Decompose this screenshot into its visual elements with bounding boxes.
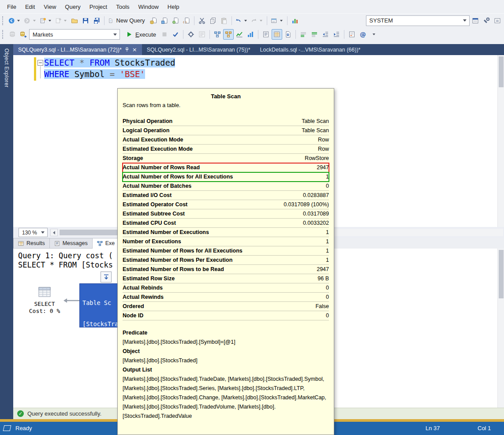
redo-icon: [251, 17, 257, 24]
increase-indent-button[interactable]: [331, 29, 342, 40]
include-estimated-plan-button[interactable]: [212, 29, 223, 40]
template-parameters-button[interactable]: [347, 29, 357, 40]
add-item-dropdown-icon[interactable]: [64, 20, 67, 22]
zoom-combo[interactable]: 130 %: [19, 228, 48, 237]
statusbar-icon: [3, 425, 11, 431]
tab-sqlquery3[interactable]: SQLQuery3.sql - LI...MS\Saravanan (72))*…: [13, 44, 142, 55]
plan-node-select[interactable]: SELECT Cost: 0 %: [26, 286, 63, 315]
document-tab-bar: SQLQuery3.sql - LI...MS\Saravanan (72))*…: [13, 44, 504, 55]
editor-scrollbar[interactable]: [497, 55, 504, 227]
hscroll-left-button[interactable]: [50, 229, 58, 236]
tab-results[interactable]: Results: [13, 238, 50, 249]
plan-scroll-down-button[interactable]: [101, 271, 112, 283]
sql-keyword: FROM: [90, 58, 110, 67]
redo-dropdown-icon[interactable]: [260, 20, 262, 22]
open-file-button[interactable]: [69, 15, 80, 26]
tools-options-button[interactable]: [481, 15, 492, 26]
forward-dropdown-icon[interactable]: [33, 20, 36, 22]
object-explorer-strip[interactable]: Object Explorer: [0, 44, 13, 422]
collapse-icon[interactable]: −: [37, 60, 43, 66]
tab-lockdetails[interactable]: LockDetails.sql -...VMS\Saravanan (66))*: [255, 44, 366, 55]
intellisense-button[interactable]: [197, 29, 207, 40]
navigate-forward-button[interactable]: [22, 15, 37, 26]
new-item-button[interactable]: [38, 15, 53, 26]
tooltip-row-value: 0: [326, 312, 329, 319]
combo-arrow-icon[interactable]: [113, 33, 117, 36]
connect-button[interactable]: [7, 29, 18, 40]
tab-sqlquery2[interactable]: SQLQuery2.sql - LI...MS\Saravanan (75))*: [142, 44, 255, 55]
cut-button[interactable]: [197, 15, 207, 26]
tooltip-row: Estimated Operator Cost0.0317089 (100%): [123, 200, 329, 209]
parse-button[interactable]: [170, 29, 181, 40]
execute-button[interactable]: Execute: [125, 29, 159, 40]
menu-window[interactable]: Window: [134, 1, 163, 13]
tooltip-row-value: 1: [326, 257, 329, 263]
debugger-dropdown-icon[interactable]: [280, 20, 283, 22]
tooltip-row: StorageRowStore: [123, 154, 329, 163]
redo-button[interactable]: [250, 15, 265, 26]
plan-scrollbar[interactable]: [497, 249, 504, 408]
editor-scrollbar-thumb[interactable]: [499, 56, 504, 87]
undo-button[interactable]: [234, 15, 249, 26]
menu-help[interactable]: Help: [163, 1, 184, 13]
activity-monitor-button[interactable]: [290, 15, 300, 26]
results-to-grid-button[interactable]: [272, 29, 282, 40]
query-options-button[interactable]: [186, 29, 196, 40]
menu-project[interactable]: Project: [85, 1, 112, 13]
add-item-button[interactable]: [54, 15, 69, 26]
toolbar-grip[interactable]: [2, 16, 5, 25]
results-to-file-button[interactable]: [283, 29, 293, 40]
tooltip-row-value: 0: [326, 294, 329, 300]
menu-file[interactable]: File: [3, 1, 21, 13]
toolbar2-overflow-button[interactable]: [369, 29, 379, 40]
combo-arrow-icon[interactable]: [41, 231, 45, 234]
analysis-xmla-query-button[interactable]: [181, 15, 192, 26]
decrease-indent-button[interactable]: [320, 29, 331, 40]
tooltip-row-label: Actual Number of Rows Read: [123, 164, 200, 171]
toolbar-overflow-button[interactable]: [492, 15, 503, 26]
fold-guide-line: [40, 66, 41, 78]
analysis-dmx-query-button[interactable]: [170, 15, 181, 26]
debugger-button[interactable]: [269, 15, 284, 26]
sqlcmd-mode-button[interactable]: @: [358, 29, 368, 40]
menu-view[interactable]: View: [39, 1, 60, 13]
combo-arrow-icon[interactable]: [463, 19, 467, 22]
plan-edge-arrow[interactable]: [63, 298, 80, 303]
menu-tools[interactable]: Tools: [112, 1, 134, 13]
tab-execution-plan[interactable]: Exe: [93, 238, 120, 249]
menu-query[interactable]: Query: [60, 1, 85, 13]
navigate-back-button[interactable]: [7, 15, 22, 26]
menu-edit[interactable]: Edit: [21, 1, 39, 13]
undo-dropdown-icon[interactable]: [244, 20, 247, 22]
comment-button[interactable]: [298, 29, 309, 40]
properties-window-button[interactable]: [470, 15, 481, 26]
new-item-dropdown-icon[interactable]: [49, 20, 51, 22]
save-all-button[interactable]: [91, 15, 102, 26]
change-connection-button[interactable]: [18, 29, 29, 40]
results-to-text-button[interactable]: [261, 29, 271, 40]
client-statistics-button[interactable]: [245, 29, 256, 40]
new-query-button[interactable]: New Query: [107, 15, 147, 26]
toolbar-separator: [183, 30, 183, 39]
live-query-statistics-button[interactable]: [234, 29, 245, 40]
paste-button[interactable]: [219, 15, 229, 26]
toolbar-grip[interactable]: [2, 30, 5, 39]
copy-button[interactable]: [208, 15, 218, 26]
server-combo[interactable]: SYSTEM: [366, 15, 470, 26]
database-combo[interactable]: Markets: [29, 29, 120, 40]
save-button[interactable]: [80, 15, 91, 26]
tab-messages[interactable]: Messages: [50, 238, 93, 249]
analysis-mdx-query-button[interactable]: [159, 15, 170, 26]
tooltip-row-rows-read-annotated-red: Actual Number of Rows Read2947: [123, 163, 329, 172]
database-engine-query-button[interactable]: [148, 15, 159, 26]
back-dropdown-icon[interactable]: [17, 20, 20, 22]
uncomment-button[interactable]: [309, 29, 320, 40]
include-actual-plan-button[interactable]: [223, 29, 234, 40]
cancel-execution-button[interactable]: [159, 29, 170, 40]
plan-scrollbar-thumb[interactable]: [499, 250, 504, 298]
estimated-plan-icon: [214, 31, 221, 38]
object-explorer-tab-label[interactable]: Object Explorer: [4, 44, 10, 88]
success-check-icon: ✓: [17, 410, 24, 417]
close-icon[interactable]: ×: [132, 47, 137, 52]
pin-icon[interactable]: [125, 47, 129, 52]
